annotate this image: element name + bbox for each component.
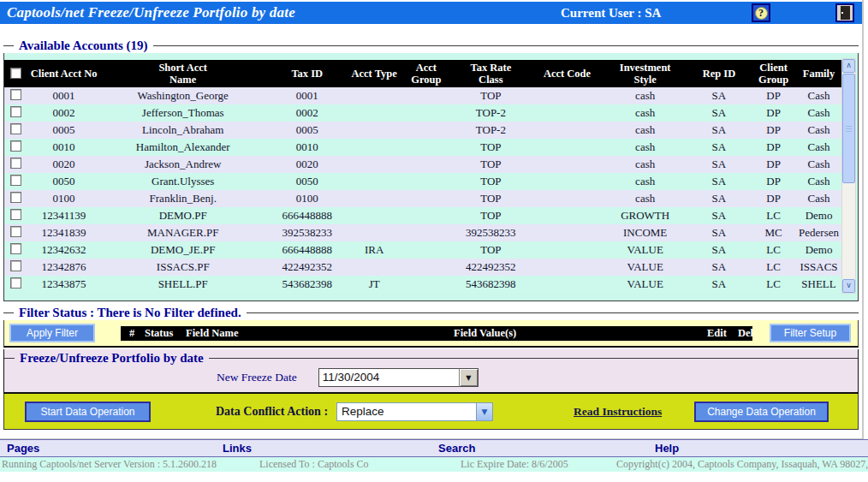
change-data-operation-button[interactable]: Change Data Operation: [694, 402, 829, 422]
exit-button[interactable]: [835, 3, 854, 22]
cell-tax-rate-class: TOP: [452, 241, 529, 259]
scrollbar-down-icon[interactable]: ∨: [842, 279, 855, 293]
col-investment-style: Investment Style: [605, 60, 686, 87]
footer-link-pages[interactable]: Pages: [0, 442, 216, 455]
table-row[interactable]: 0010 Hamilton_Alexander 0010 TOP cash SA…: [4, 139, 843, 156]
cell-client-group: DP: [752, 104, 794, 122]
cell-tax-rate-class: 422492352: [452, 259, 529, 276]
cell-acct-group: [401, 207, 453, 224]
freeze-date-input[interactable]: 11/30/2004: [318, 368, 459, 387]
filter-col-del: Del: [738, 327, 753, 340]
cell-investment-style: cash: [605, 122, 686, 139]
cell-acct-code: [529, 190, 604, 207]
table-scrollbar[interactable]: ∧ ∨: [841, 58, 856, 294]
row-checkbox[interactable]: [10, 175, 21, 186]
footer-link-search[interactable]: Search: [431, 442, 648, 455]
freeze-date-dropdown-icon[interactable]: ▼: [459, 368, 479, 387]
cell-tax-rate-class: TOP: [452, 156, 529, 173]
table-row[interactable]: 0100 Franklin_Benj. 0100 TOP cash SA DP …: [4, 190, 843, 207]
footer-link-help[interactable]: Help: [648, 442, 868, 455]
col-tax-rate-class: Tax Rate Class: [452, 60, 529, 87]
cell-acct-code: [529, 224, 604, 241]
cell-acct-code: [529, 139, 604, 156]
table-row[interactable]: 12343875 SHELL.PF 543682398 JT 543682398…: [4, 276, 843, 293]
row-checkbox[interactable]: [10, 260, 21, 271]
filter-setup-button[interactable]: Filter Setup: [770, 324, 851, 342]
cell-client-group: LC: [752, 207, 794, 224]
select-all-checkbox[interactable]: [10, 68, 21, 79]
row-checkbox-cell: [4, 190, 27, 207]
cell-rep-id: SA: [686, 207, 752, 224]
cell-tax-id: 0002: [266, 104, 348, 122]
row-checkbox[interactable]: [10, 243, 21, 254]
row-checkbox-cell: [4, 173, 27, 190]
cell-short-acct-name: DEMO.PF: [100, 207, 266, 224]
row-checkbox[interactable]: [10, 277, 21, 289]
cell-family: Cash: [794, 190, 843, 207]
data-conflict-select[interactable]: Replace ▼: [336, 402, 493, 421]
cell-tax-rate-class: TOP: [452, 190, 529, 207]
freeze-section-legend: Freeze/Unfreeze Portfolio by date: [4, 349, 858, 365]
filter-header-bar: # Status Field Name Field Value(s) Edit …: [121, 326, 752, 341]
row-checkbox[interactable]: [10, 158, 21, 169]
table-row[interactable]: 0001 Washington_George 0001 TOP cash SA …: [4, 87, 843, 104]
table-row[interactable]: 12342876 ISSACS.PF 422492352 422492352 V…: [4, 259, 843, 276]
cell-short-acct-name: Lincoln_Abraham: [100, 122, 266, 139]
data-conflict-value: Replace: [337, 403, 476, 420]
cell-investment-style: VALUE: [605, 241, 686, 259]
cell-investment-style: cash: [605, 104, 686, 122]
cell-acct-type: [348, 190, 401, 207]
table-row[interactable]: 12341139 DEMO.PF 666448888 TOP GROWTH SA…: [4, 207, 843, 224]
cell-rep-id: SA: [686, 276, 752, 293]
row-checkbox[interactable]: [10, 192, 21, 203]
row-checkbox[interactable]: [10, 226, 21, 237]
cell-acct-code: [529, 173, 604, 190]
scrollbar-up-icon[interactable]: ∧: [842, 59, 855, 73]
chevron-down-icon[interactable]: ▼: [476, 403, 492, 420]
apply-filter-button[interactable]: Apply Filter: [9, 324, 95, 342]
start-data-operation-button[interactable]: Start Data Operation: [25, 402, 151, 422]
cell-acct-group: [401, 122, 453, 139]
cell-investment-style: cash: [605, 87, 686, 104]
row-checkbox[interactable]: [10, 106, 21, 117]
cell-family: Pedersen: [794, 224, 843, 241]
cell-client-acct-no: 12341839: [27, 224, 99, 241]
cell-client-acct-no: 0020: [27, 156, 99, 173]
table-row[interactable]: 0005 Lincoln_Abraham 0005 TOP-2 cash SA …: [4, 122, 843, 139]
table-row[interactable]: 0050 Grant.Ulysses 0050 TOP cash SA DP C…: [4, 173, 843, 190]
cell-investment-style: cash: [605, 156, 686, 173]
row-checkbox[interactable]: [10, 89, 21, 100]
cell-tax-rate-class: TOP: [452, 173, 529, 190]
cell-acct-code: [529, 259, 604, 276]
cell-client-group: DP: [752, 139, 794, 156]
table-row[interactable]: 12342632 DEMO_JE.PF 666448888 IRA TOP VA…: [4, 241, 843, 259]
cell-short-acct-name: Jefferson_Thomas: [100, 104, 266, 122]
table-row[interactable]: 12341839 MANAGER.PF 392538233 392538233 …: [4, 224, 843, 241]
cell-family: Demo: [794, 207, 843, 224]
cell-tax-rate-class: 543682398: [452, 276, 529, 293]
read-instructions-link[interactable]: Read Instructions: [574, 405, 662, 419]
footer-link-links[interactable]: Links: [216, 442, 431, 455]
col-short-acct-name: Short Acct Name: [100, 60, 266, 87]
cell-client-acct-no: 0001: [27, 87, 99, 104]
cell-client-acct-no: 12342632: [27, 241, 99, 259]
cell-family: Cash: [794, 122, 843, 139]
row-checkbox[interactable]: [10, 123, 21, 134]
freeze-date-combo: 11/30/2004 ▼: [318, 368, 479, 387]
row-checkbox[interactable]: [10, 209, 21, 220]
help-button[interactable]: ?: [752, 3, 770, 22]
row-checkbox[interactable]: [10, 140, 21, 152]
table-row[interactable]: 0020 Jackson_Andrew 0020 TOP cash SA DP …: [4, 156, 843, 173]
col-family: Family: [794, 60, 843, 87]
col-acct-code: Acct Code: [529, 60, 604, 87]
row-checkbox-cell: [4, 259, 27, 276]
cell-client-group: DP: [752, 87, 794, 104]
cell-acct-type: [348, 173, 401, 190]
cell-acct-group: [401, 104, 453, 122]
table-row[interactable]: 0002 Jefferson_Thomas 0002 TOP-2 cash SA…: [4, 104, 843, 122]
scrollbar-track[interactable]: [842, 73, 855, 279]
cell-acct-group: [401, 224, 453, 241]
cell-family: Cash: [794, 156, 843, 173]
scrollbar-thumb[interactable]: [842, 74, 855, 183]
filter-status-text: Filter Status : There is No Filter defin…: [14, 306, 247, 320]
